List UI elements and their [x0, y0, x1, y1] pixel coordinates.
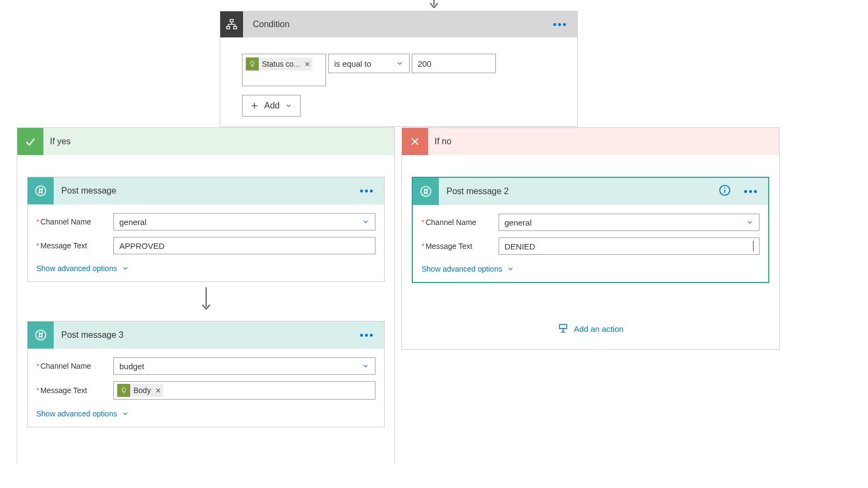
- flow-arrow-mid: [17, 287, 394, 313]
- action-post-message-3: Post message 3 ••• *Channel Name budget …: [27, 321, 385, 427]
- branch-if-no: If no Post message 2 ••• *Channel Name g…: [401, 127, 780, 350]
- hash-icon: [28, 177, 54, 204]
- chevron-down-icon: [362, 218, 369, 226]
- channel-name-label: *Channel Name: [36, 362, 113, 370]
- branch-yes-title: If yes: [43, 137, 71, 146]
- branch-no-header: If no: [402, 128, 779, 155]
- channel-name-label: *Channel Name: [36, 217, 113, 226]
- svg-point-17: [36, 330, 46, 340]
- show-advanced-link[interactable]: Show advanced options: [36, 261, 129, 275]
- channel-name-label: *Channel Name: [422, 218, 499, 227]
- channel-name-select[interactable]: general: [499, 214, 760, 231]
- chevron-down-icon: [396, 60, 404, 67]
- lightbulb-icon: [246, 57, 259, 70]
- close-icon: [402, 128, 428, 155]
- condition-title: Condition: [243, 20, 543, 29]
- plus-icon: [250, 101, 259, 110]
- svg-line-14: [39, 188, 40, 194]
- check-icon: [17, 128, 43, 155]
- channel-name-select[interactable]: budget: [113, 357, 375, 375]
- condition-icon: [220, 11, 243, 37]
- svg-rect-33: [559, 325, 566, 329]
- action-header[interactable]: Post message •••: [28, 177, 384, 204]
- action-menu-button[interactable]: •••: [350, 185, 384, 197]
- lightbulb-icon: [117, 384, 130, 397]
- condition-value-input[interactable]: [412, 54, 496, 73]
- chevron-down-icon: [507, 265, 514, 273]
- add-label: Add: [264, 101, 279, 111]
- add-action-label: Add an action: [574, 324, 624, 333]
- hash-icon: [413, 178, 439, 205]
- branch-no-title: If no: [428, 137, 451, 146]
- condition-body: Status co... ✕ is equal to Add: [220, 37, 577, 126]
- message-text-input[interactable]: Body ✕: [113, 381, 375, 400]
- hash-icon: [28, 322, 54, 349]
- add-action-icon: [558, 323, 569, 334]
- branch-yes-header: If yes: [17, 128, 394, 155]
- message-text-label: *Message Text: [422, 242, 499, 251]
- message-text-input[interactable]: DENIED: [499, 237, 760, 255]
- svg-rect-6: [227, 27, 230, 29]
- message-text-label: *Message Text: [36, 241, 113, 250]
- svg-point-11: [36, 186, 46, 196]
- svg-rect-7: [234, 27, 237, 29]
- condition-card: Condition ••• Status co... ✕ is equal to: [220, 11, 578, 127]
- action-header[interactable]: Post message 3 •••: [28, 322, 384, 349]
- message-text-input[interactable]: APPROVED: [113, 237, 375, 254]
- action-menu-button[interactable]: •••: [734, 185, 768, 198]
- operator-value: is equal to: [334, 59, 371, 68]
- show-advanced-link[interactable]: Show advanced options: [36, 406, 129, 420]
- condition-operator-select[interactable]: is equal to: [328, 54, 410, 73]
- condition-menu-button[interactable]: •••: [543, 18, 577, 31]
- chevron-down-icon: [746, 219, 754, 226]
- chevron-down-icon: [362, 362, 369, 370]
- info-icon[interactable]: [716, 184, 734, 198]
- svg-line-20: [39, 332, 40, 338]
- add-action-button[interactable]: Add an action: [558, 323, 624, 334]
- show-advanced-link[interactable]: Show advanced options: [422, 261, 514, 275]
- condition-header[interactable]: Condition •••: [220, 11, 577, 37]
- token-body[interactable]: Body ✕: [117, 384, 163, 397]
- svg-point-31: [724, 187, 725, 188]
- action-title: Post message 3: [54, 330, 350, 340]
- token-remove-button[interactable]: ✕: [304, 60, 310, 68]
- svg-point-25: [421, 187, 431, 196]
- svg-rect-1: [230, 20, 233, 22]
- svg-line-21: [42, 332, 42, 338]
- svg-line-15: [42, 188, 42, 194]
- condition-add-button[interactable]: Add: [242, 95, 301, 117]
- action-post-message-2: Post message 2 ••• *Channel Name general…: [412, 177, 769, 283]
- chevron-down-icon: [285, 102, 292, 110]
- action-post-message-1: Post message ••• *Channel Name general *…: [27, 177, 385, 282]
- action-title: Post message 2: [439, 187, 716, 196]
- token-label: Body: [133, 386, 151, 395]
- channel-name-select[interactable]: general: [113, 213, 375, 230]
- token-status-code[interactable]: Status co... ✕: [246, 57, 312, 70]
- message-text-label: *Message Text: [36, 386, 113, 395]
- branch-if-yes: If yes Post message ••• *Channel Name ge…: [17, 127, 395, 464]
- action-title: Post message: [54, 186, 350, 196]
- condition-left-operand[interactable]: Status co... ✕: [242, 54, 326, 86]
- flow-arrow-top: [429, 0, 439, 10]
- token-remove-button[interactable]: ✕: [155, 387, 161, 395]
- chevron-down-icon: [122, 410, 129, 418]
- action-menu-button[interactable]: •••: [350, 329, 384, 342]
- token-label: Status co...: [262, 60, 300, 68]
- text-cursor: [753, 241, 754, 252]
- action-header[interactable]: Post message 2 •••: [413, 178, 768, 205]
- svg-line-29: [427, 189, 427, 195]
- chevron-down-icon: [122, 265, 129, 272]
- svg-line-28: [424, 189, 425, 195]
